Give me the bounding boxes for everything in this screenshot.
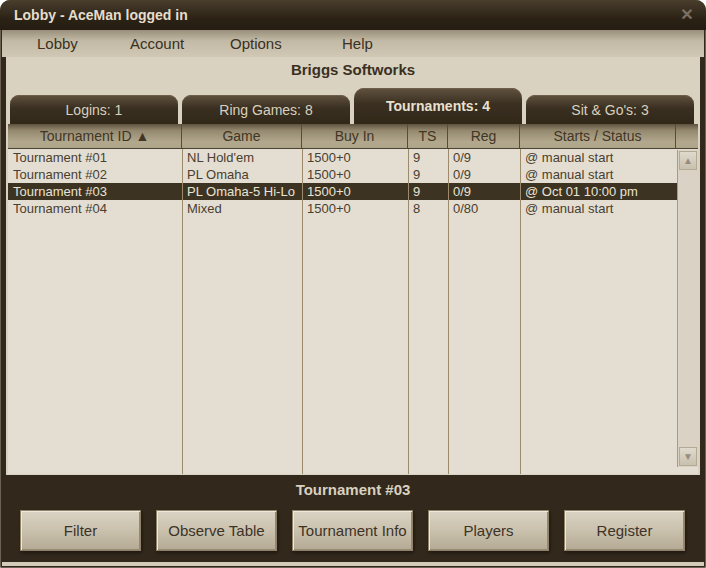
tab-label: Tournaments: 4	[386, 98, 490, 114]
table-row[interactable]: Tournament #02 PL Omaha 1500+0 9 0/9 @ m…	[8, 166, 698, 183]
cell-tournament-id: Tournament #04	[8, 200, 182, 217]
menubar: Lobby Account Options Help	[2, 30, 704, 57]
cell-tournament-id: Tournament #03	[8, 183, 182, 200]
cell-tournament-id: Tournament #02	[8, 166, 182, 183]
cell-ts: 9	[408, 149, 448, 166]
cell-starts-status: @ manual start	[520, 166, 676, 183]
table-row[interactable]: Tournament #04 Mixed 1500+0 8 0/80 @ man…	[8, 200, 698, 217]
column-separator	[302, 149, 303, 474]
column-header-game[interactable]: Game	[182, 124, 302, 148]
menu-item-options[interactable]: Options	[230, 30, 282, 57]
cell-reg: 0/9	[448, 166, 520, 183]
column-separator	[408, 149, 409, 474]
tab-sit-and-gos[interactable]: Sit & Go's: 3	[526, 95, 694, 124]
cell-reg: 0/9	[448, 149, 520, 166]
menu-item-account[interactable]: Account	[130, 30, 184, 57]
chevron-up-icon: ▲	[683, 155, 693, 166]
column-header-starts-status[interactable]: Starts / Status	[520, 124, 676, 148]
window-title: Lobby - AceMan logged in	[14, 0, 188, 30]
scroll-up-button[interactable]: ▲	[679, 151, 697, 170]
column-header-ts[interactable]: TS	[408, 124, 448, 148]
selected-tournament-label: Tournament #03	[0, 481, 706, 498]
lobby-window: Lobby - AceMan logged in ✕ Lobby Account…	[0, 0, 706, 568]
chevron-down-icon: ▼	[683, 451, 693, 462]
tab-logins[interactable]: Logins: 1	[10, 95, 178, 124]
cell-ts: 9	[408, 183, 448, 200]
table-header: Tournament ID ▲ Game Buy In TS Reg Start…	[8, 124, 698, 149]
cell-ts: 8	[408, 200, 448, 217]
column-separator	[182, 149, 183, 474]
players-button[interactable]: Players	[428, 510, 549, 551]
column-separator	[448, 149, 449, 474]
tab-label: Ring Games: 8	[219, 102, 312, 118]
menu-item-lobby[interactable]: Lobby	[37, 30, 78, 57]
cell-reg: 0/9	[448, 183, 520, 200]
tournaments-table: Tournament ID ▲ Game Buy In TS Reg Start…	[8, 124, 698, 474]
menu-item-help[interactable]: Help	[342, 30, 373, 57]
tab-bar: Logins: 1 Ring Games: 8 Tournaments: 4 S…	[10, 88, 696, 124]
cell-game: Mixed	[182, 200, 302, 217]
header-spacer	[676, 124, 698, 148]
filter-button[interactable]: Filter	[20, 510, 141, 551]
cell-game: NL Hold'em	[182, 149, 302, 166]
table-row[interactable]: Tournament #03 PL Omaha-5 Hi-Lo 1500+0 9…	[8, 183, 698, 200]
cell-game: PL Omaha-5 Hi-Lo	[182, 183, 302, 200]
cell-game: PL Omaha	[182, 166, 302, 183]
tournament-info-button[interactable]: Tournament Info	[292, 510, 413, 551]
observe-table-button[interactable]: Observe Table	[156, 510, 277, 551]
scrollbar-track[interactable]: ▲ ▼	[677, 150, 698, 467]
window-bottom-bevel	[2, 562, 704, 566]
cell-tournament-id: Tournament #01	[8, 149, 182, 166]
cell-buy-in: 1500+0	[302, 149, 408, 166]
column-separator	[520, 149, 521, 474]
cell-reg: 0/80	[448, 200, 520, 217]
register-button[interactable]: Register	[564, 510, 685, 551]
close-button[interactable]: ✕	[677, 5, 697, 25]
cell-starts-status: @ Oct 01 10:00 pm	[520, 183, 676, 200]
tab-tournaments[interactable]: Tournaments: 4	[354, 88, 522, 124]
cell-buy-in: 1500+0	[302, 200, 408, 217]
page-title: Briggs Softworks	[0, 61, 706, 78]
scroll-down-button[interactable]: ▼	[679, 447, 697, 466]
titlebar: Lobby - AceMan logged in ✕	[0, 0, 706, 30]
column-header-tournament-id[interactable]: Tournament ID ▲	[8, 124, 182, 148]
column-header-buy-in[interactable]: Buy In	[302, 124, 408, 148]
cell-starts-status: @ manual start	[520, 200, 676, 217]
cell-buy-in: 1500+0	[302, 166, 408, 183]
close-icon: ✕	[680, 6, 693, 23]
tab-label: Logins: 1	[66, 102, 123, 118]
table-row[interactable]: Tournament #01 NL Hold'em 1500+0 9 0/9 @…	[8, 149, 698, 166]
action-buttons: Filter Observe Table Tournament Info Pla…	[20, 510, 686, 551]
tab-label: Sit & Go's: 3	[571, 102, 648, 118]
cell-buy-in: 1500+0	[302, 183, 408, 200]
table-body: Tournament #01 NL Hold'em 1500+0 9 0/9 @…	[8, 149, 698, 474]
cell-ts: 9	[408, 166, 448, 183]
tab-ring-games[interactable]: Ring Games: 8	[182, 95, 350, 124]
cell-starts-status: @ manual start	[520, 149, 676, 166]
column-header-reg[interactable]: Reg	[448, 124, 520, 148]
